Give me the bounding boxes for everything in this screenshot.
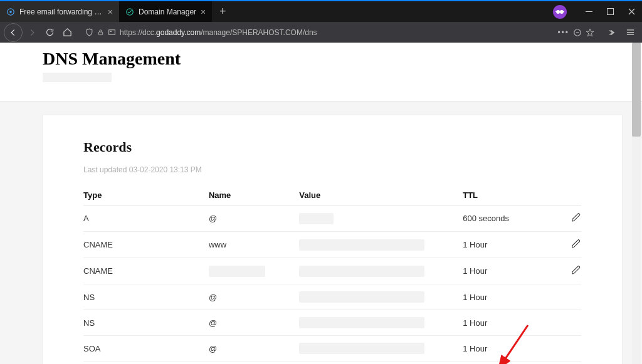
redacted-value bbox=[209, 266, 265, 277]
close-icon[interactable]: × bbox=[108, 8, 113, 16]
close-icon[interactable]: × bbox=[201, 8, 206, 16]
url-bar[interactable]: https://dcc.godaddy.com/manage/SPHERAHOS… bbox=[80, 25, 599, 40]
svg-rect-7 bbox=[607, 9, 613, 15]
shield-icon bbox=[85, 28, 93, 36]
record-ttl: 600 seconds bbox=[463, 205, 553, 232]
table-row: SOA@1 Hour bbox=[83, 336, 581, 361]
record-ttl: 1 Hour bbox=[463, 232, 553, 258]
record-type: SOA bbox=[83, 336, 209, 361]
lock-icon bbox=[97, 28, 104, 36]
page-content: DNS Management Records Last updated 03-0… bbox=[0, 43, 642, 364]
minimize-button[interactable] bbox=[578, 1, 599, 22]
records-table: Type Name Value TTL A@600 secondsCNAMEww… bbox=[83, 185, 581, 361]
record-ttl: 1 Hour bbox=[463, 284, 553, 310]
record-name: @ bbox=[209, 344, 217, 353]
nav-bar: https://dcc.godaddy.com/manage/SPHERAHOS… bbox=[0, 22, 642, 43]
tab-inactive[interactable]: Free email forwarding with Na... × bbox=[0, 1, 119, 22]
back-button[interactable] bbox=[4, 23, 23, 42]
home-button[interactable] bbox=[59, 24, 75, 41]
edit-icon[interactable] bbox=[571, 239, 581, 249]
forward-button[interactable] bbox=[24, 24, 40, 41]
tab-title: Free email forwarding with Na... bbox=[19, 8, 103, 16]
reader-icon[interactable] bbox=[573, 28, 582, 37]
svg-rect-9 bbox=[109, 30, 115, 35]
column-ttl: TTL bbox=[463, 185, 553, 205]
edit-icon[interactable] bbox=[571, 212, 581, 222]
column-name: Name bbox=[209, 185, 299, 205]
tab-favicon-icon bbox=[125, 8, 134, 16]
table-row: A@600 seconds bbox=[83, 205, 581, 232]
edit-icon[interactable] bbox=[571, 265, 581, 275]
record-name: @ bbox=[209, 214, 217, 223]
record-name: @ bbox=[209, 293, 217, 302]
tab-title: Domain Manager bbox=[139, 8, 196, 16]
record-name: @ bbox=[209, 318, 217, 328]
incognito-icon bbox=[553, 5, 567, 19]
redacted-value bbox=[299, 343, 424, 354]
column-type: Type bbox=[83, 185, 209, 205]
svg-rect-5 bbox=[555, 11, 564, 11]
bookmark-icon[interactable] bbox=[586, 28, 594, 37]
overflow-button[interactable] bbox=[604, 24, 621, 41]
scrollbar-thumb[interactable] bbox=[632, 43, 641, 137]
table-row: CNAMEwww1 Hour bbox=[83, 232, 581, 258]
tab-active[interactable]: Domain Manager × bbox=[119, 0, 212, 22]
page-actions-icon[interactable]: ••• bbox=[557, 28, 569, 37]
menu-button[interactable] bbox=[622, 24, 638, 41]
page-header: DNS Management bbox=[0, 43, 642, 101]
table-row: CNAME1 Hour bbox=[83, 258, 581, 284]
window-close-button[interactable] bbox=[621, 1, 642, 22]
last-updated: Last updated 03-02-2020 13:13 PM bbox=[83, 165, 581, 174]
record-type: CNAME bbox=[83, 258, 209, 284]
svg-point-1 bbox=[9, 11, 12, 13]
redacted-subtext bbox=[43, 73, 112, 82]
new-tab-button[interactable]: + bbox=[212, 1, 233, 22]
tab-bar: Free email forwarding with Na... × Domai… bbox=[0, 0, 642, 22]
maximize-button[interactable] bbox=[599, 1, 621, 22]
record-ttl: 1 Hour bbox=[463, 336, 553, 361]
record-type: NS bbox=[83, 284, 209, 310]
redacted-value bbox=[299, 239, 424, 251]
svg-rect-8 bbox=[98, 32, 102, 35]
record-name: www bbox=[209, 240, 226, 249]
record-ttl: 1 Hour bbox=[463, 310, 553, 336]
redacted-value bbox=[299, 213, 334, 224]
record-type: CNAME bbox=[83, 232, 209, 258]
url-text: https://dcc.godaddy.com/manage/SPHERAHOS… bbox=[120, 28, 554, 37]
record-type: A bbox=[83, 205, 209, 232]
redacted-value bbox=[299, 266, 424, 277]
record-ttl: 1 Hour bbox=[463, 258, 553, 284]
records-card: Records Last updated 03-02-2020 13:13 PM… bbox=[43, 115, 622, 364]
svg-rect-10 bbox=[110, 31, 112, 32]
table-row: NS@1 Hour bbox=[83, 284, 581, 310]
column-value: Value bbox=[299, 185, 463, 205]
svg-rect-6 bbox=[586, 11, 592, 12]
section-title: Records bbox=[83, 139, 581, 155]
page-title: DNS Management bbox=[43, 49, 604, 69]
table-row: NS@1 Hour bbox=[83, 310, 581, 336]
redacted-value bbox=[299, 291, 424, 303]
reload-button[interactable] bbox=[41, 24, 58, 41]
record-type: NS bbox=[83, 310, 209, 336]
redacted-value bbox=[299, 317, 424, 328]
permissions-icon bbox=[108, 28, 116, 36]
tab-favicon-icon bbox=[6, 8, 15, 16]
